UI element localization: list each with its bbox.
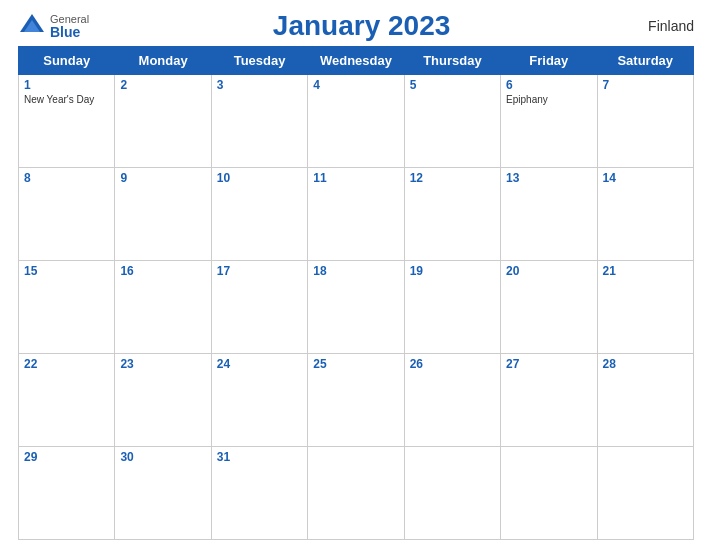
day-number: 22 [24, 357, 109, 371]
day-number: 26 [410, 357, 495, 371]
top-bar: General Blue January 2023 Finland [18, 10, 694, 42]
calendar-day-cell: 15 [19, 261, 115, 354]
calendar-day-cell: 6Epiphany [501, 75, 597, 168]
day-number: 13 [506, 171, 591, 185]
calendar-day-cell: 20 [501, 261, 597, 354]
calendar-day-cell: 2 [115, 75, 211, 168]
calendar-day-cell: 23 [115, 354, 211, 447]
weekday-header-thursday: Thursday [404, 47, 500, 75]
calendar-week-row: 22232425262728 [19, 354, 694, 447]
day-number: 6 [506, 78, 591, 92]
logo-icon [18, 12, 46, 40]
calendar-day-cell: 21 [597, 261, 693, 354]
calendar-day-cell: 19 [404, 261, 500, 354]
calendar-day-cell: 1New Year's Day [19, 75, 115, 168]
day-number: 25 [313, 357, 398, 371]
day-number: 28 [603, 357, 688, 371]
day-number: 17 [217, 264, 302, 278]
calendar-day-cell: 12 [404, 168, 500, 261]
day-number: 23 [120, 357, 205, 371]
weekday-header-friday: Friday [501, 47, 597, 75]
day-number: 8 [24, 171, 109, 185]
weekday-header-monday: Monday [115, 47, 211, 75]
calendar-day-cell: 22 [19, 354, 115, 447]
day-number: 21 [603, 264, 688, 278]
holiday-label: New Year's Day [24, 94, 109, 105]
logo-blue-label: Blue [50, 25, 89, 39]
calendar-day-cell: 9 [115, 168, 211, 261]
calendar-week-row: 1New Year's Day23456Epiphany7 [19, 75, 694, 168]
day-number: 2 [120, 78, 205, 92]
calendar-day-cell: 25 [308, 354, 404, 447]
calendar-day-cell: 3 [211, 75, 307, 168]
calendar-day-cell: 31 [211, 447, 307, 540]
calendar-day-cell: 18 [308, 261, 404, 354]
calendar-day-cell: 13 [501, 168, 597, 261]
day-number: 1 [24, 78, 109, 92]
holiday-label: Epiphany [506, 94, 591, 105]
day-number: 7 [603, 78, 688, 92]
logo-text: General Blue [50, 14, 89, 39]
calendar-day-cell: 26 [404, 354, 500, 447]
day-number: 12 [410, 171, 495, 185]
calendar-day-cell: 10 [211, 168, 307, 261]
day-number: 3 [217, 78, 302, 92]
day-number: 9 [120, 171, 205, 185]
day-number: 16 [120, 264, 205, 278]
weekday-header-row: SundayMondayTuesdayWednesdayThursdayFrid… [19, 47, 694, 75]
day-number: 18 [313, 264, 398, 278]
day-number: 10 [217, 171, 302, 185]
calendar-day-cell: 16 [115, 261, 211, 354]
calendar-week-row: 891011121314 [19, 168, 694, 261]
calendar-table: SundayMondayTuesdayWednesdayThursdayFrid… [18, 46, 694, 540]
calendar-day-cell: 11 [308, 168, 404, 261]
calendar-day-cell: 29 [19, 447, 115, 540]
weekday-header-sunday: Sunday [19, 47, 115, 75]
calendar-day-cell: 14 [597, 168, 693, 261]
logo-general-label: General [50, 14, 89, 25]
calendar-day-cell: 27 [501, 354, 597, 447]
calendar-day-cell: 17 [211, 261, 307, 354]
weekday-header-wednesday: Wednesday [308, 47, 404, 75]
calendar-week-row: 293031 [19, 447, 694, 540]
country-label: Finland [634, 18, 694, 34]
calendar-day-cell: 4 [308, 75, 404, 168]
day-number: 11 [313, 171, 398, 185]
calendar-day-cell: 8 [19, 168, 115, 261]
day-number: 24 [217, 357, 302, 371]
calendar-day-cell: 7 [597, 75, 693, 168]
calendar-day-cell [501, 447, 597, 540]
logo: General Blue [18, 12, 89, 40]
day-number: 15 [24, 264, 109, 278]
day-number: 4 [313, 78, 398, 92]
calendar-day-cell: 28 [597, 354, 693, 447]
calendar-day-cell: 30 [115, 447, 211, 540]
calendar-week-row: 15161718192021 [19, 261, 694, 354]
day-number: 5 [410, 78, 495, 92]
weekday-header-tuesday: Tuesday [211, 47, 307, 75]
calendar-day-cell [404, 447, 500, 540]
calendar-day-cell [597, 447, 693, 540]
weekday-header-saturday: Saturday [597, 47, 693, 75]
calendar-day-cell: 24 [211, 354, 307, 447]
day-number: 14 [603, 171, 688, 185]
day-number: 29 [24, 450, 109, 464]
day-number: 27 [506, 357, 591, 371]
day-number: 30 [120, 450, 205, 464]
day-number: 31 [217, 450, 302, 464]
day-number: 20 [506, 264, 591, 278]
calendar-title: January 2023 [89, 10, 634, 42]
day-number: 19 [410, 264, 495, 278]
calendar-day-cell [308, 447, 404, 540]
calendar-day-cell: 5 [404, 75, 500, 168]
